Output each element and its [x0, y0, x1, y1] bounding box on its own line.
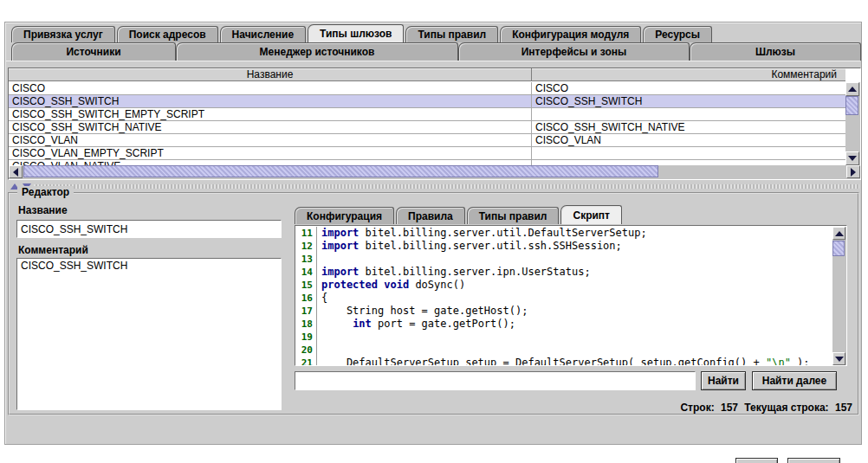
code-line-17: 17 String host = gate.getHost();	[295, 305, 832, 318]
code-text: import bitel.billing.server.util.ssh.SSH…	[317, 240, 622, 253]
line-number: 15	[295, 279, 317, 292]
scroll-right-icon	[851, 168, 856, 177]
comment-field-label: Комментарий	[18, 244, 88, 256]
cell-comment	[532, 147, 845, 159]
script-code-editor[interactable]: 11import bitel.billing.server.util.Defau…	[295, 225, 847, 366]
search-input[interactable]	[295, 371, 696, 390]
module-row1-tab-0[interactable]: Привязка услуг	[11, 26, 115, 42]
table-vertical-scrollbar[interactable]	[845, 82, 860, 165]
scroll-right-button[interactable]	[846, 165, 860, 178]
line-number: 13	[295, 253, 317, 266]
cell-comment: CISCO_SSH_SWITCH_NATIVE	[532, 121, 845, 133]
cell-comment	[532, 108, 845, 120]
code-line-14: 14import bitel.billing.server.ipn.UserSt…	[295, 266, 832, 279]
code-text: {	[317, 292, 327, 305]
scroll-up-button[interactable]	[832, 227, 845, 240]
name-input[interactable]	[16, 220, 282, 238]
code-line-18: 18 int port = gate.getPort();	[295, 318, 832, 331]
editor-tab-2[interactable]: Типы правил	[467, 207, 560, 224]
module-row1-tab-5[interactable]: Конфигурация модуля	[500, 26, 641, 42]
ok-button[interactable]: Ok	[735, 458, 778, 463]
scroll-down-icon	[848, 156, 857, 161]
code-line-15: 15protected void doSync()	[295, 279, 832, 292]
table-row-3[interactable]: CISCO_SSH_SWITCH_NATIVECISCO_SSH_SWITCH_…	[9, 121, 845, 134]
scroll-up-button[interactable]	[845, 82, 859, 96]
cell-name: CISCO	[9, 82, 532, 94]
code-line-12: 12import bitel.billing.server.util.ssh.S…	[295, 240, 832, 253]
module-tab-bar-row2: ИсточникиМенеджер источниковИнтерфейсы и…	[11, 42, 861, 61]
code-line-19: 19	[295, 331, 832, 344]
module-row1-tab-2[interactable]: Начисление	[220, 26, 307, 42]
table-row-4[interactable]: CISCO_VLANCISCO_VLAN	[9, 134, 845, 147]
table-row-2[interactable]: CISCO_SSH_SWITCH_EMPTY_SCRIPT	[9, 108, 845, 121]
editor-tab-0[interactable]: Конфигурация	[295, 207, 394, 224]
scroll-down-button[interactable]	[832, 352, 845, 365]
module-row1-tab-4[interactable]: Типы правил	[405, 26, 498, 42]
code-vertical-scrollbar[interactable]	[832, 227, 846, 365]
table-horizontal-scrollbar[interactable]	[9, 165, 860, 179]
scroll-up-icon	[848, 87, 857, 92]
name-field-label: Название	[18, 204, 68, 216]
lines-count-value: 157	[721, 402, 738, 414]
split-pane-divider[interactable]	[8, 183, 861, 190]
scrollbar-thumb[interactable]	[832, 241, 845, 256]
scrollbar-thumb[interactable]	[23, 165, 658, 177]
scroll-left-button[interactable]	[9, 165, 23, 178]
editor-group-box: Редактор Название Комментарий CISCO_SSH_…	[8, 192, 859, 415]
cell-name: CISCO_SSH_SWITCH	[9, 95, 532, 107]
code-text: DefaultServerSetup setup = DefaultServer…	[317, 357, 810, 365]
cell-name: CISCO_SSH_SWITCH_NATIVE	[9, 121, 532, 133]
code-text: import bitel.billing.server.util.Default…	[317, 227, 647, 240]
cell-comment: CISCO	[532, 82, 845, 94]
module-row1-tab-3[interactable]: Типы шлюзов	[308, 24, 404, 42]
line-number: 19	[295, 331, 317, 344]
line-number: 12	[295, 240, 317, 253]
editor-group-title: Редактор	[17, 186, 74, 198]
line-number: 16	[295, 292, 317, 305]
code-line-21: 21 DefaultServerSetup setup = DefaultSer…	[295, 357, 832, 365]
cell-name: CISCO_VLAN	[9, 134, 532, 146]
lines-count-label: Строк:	[680, 402, 714, 414]
column-header-comment[interactable]: Комментарий	[532, 68, 845, 80]
table-header: Название Комментарий	[9, 68, 845, 81]
code-line-13: 13	[295, 253, 832, 266]
cell-name: CISCO_SSH_SWITCH_EMPTY_SCRIPT	[9, 108, 532, 120]
code-text	[317, 253, 321, 266]
module-tab-bar-row1: Привязка услугПоиск адресовНачислениеТип…	[11, 24, 712, 42]
line-number: 18	[295, 318, 317, 331]
line-number: 21	[295, 357, 317, 365]
code-text	[317, 331, 321, 344]
comment-textarea[interactable]: CISCO_SSH_SWITCH	[16, 258, 282, 410]
table-row-0[interactable]: CISCOCISCO	[9, 82, 845, 95]
table-row-5[interactable]: CISCO_VLAN_EMPTY_SCRIPT	[9, 147, 845, 160]
module-row2-tab-0[interactable]: Источники	[11, 42, 176, 61]
code-line-20: 20	[295, 344, 832, 357]
code-line-11: 11import bitel.billing.server.util.Defau…	[295, 227, 832, 240]
code-text: String host = gate.getHost();	[317, 305, 528, 318]
module-row2-tab-3[interactable]: Шлюзы	[690, 42, 861, 61]
editor-tab-3[interactable]: Скрипт	[560, 205, 622, 224]
module-row1-tab-1[interactable]: Поиск адресов	[117, 26, 218, 42]
current-line-label: Текущая строка:	[744, 402, 828, 414]
scroll-up-icon	[835, 231, 844, 236]
table-body: CISCOCISCOCISCO_SSH_SWITCHCISCO_SSH_SWIT…	[9, 82, 845, 165]
scrollbar-thumb[interactable]	[845, 96, 858, 115]
table-row-1[interactable]: CISCO_SSH_SWITCHCISCO_SSH_SWITCH	[9, 95, 845, 108]
editor-tab-1[interactable]: Правила	[396, 207, 465, 224]
code-text: import bitel.billing.server.ipn.UserStat…	[317, 266, 591, 279]
module-row2-tab-1[interactable]: Менеджер источников	[176, 42, 458, 61]
line-number: 17	[295, 305, 317, 318]
module-row1-tab-6[interactable]: Ресурсы	[643, 26, 712, 42]
code-line-16: 16{	[295, 292, 832, 305]
tab-content-area: Название Комментарий CISCOCISCOCISCO_SSH…	[6, 61, 860, 445]
scroll-left-icon	[13, 168, 18, 177]
scroll-down-icon	[835, 357, 844, 362]
column-header-name[interactable]: Название	[9, 68, 532, 80]
splitter-texture	[34, 184, 859, 189]
find-button[interactable]: Найти	[701, 371, 746, 390]
cancel-button[interactable]: Отмена	[787, 458, 840, 463]
module-row2-tab-2[interactable]: Интерфейсы и зоны	[458, 42, 690, 61]
scroll-down-button[interactable]	[845, 151, 859, 165]
find-next-button[interactable]: Найти далее	[752, 371, 837, 390]
code-text	[317, 344, 321, 357]
